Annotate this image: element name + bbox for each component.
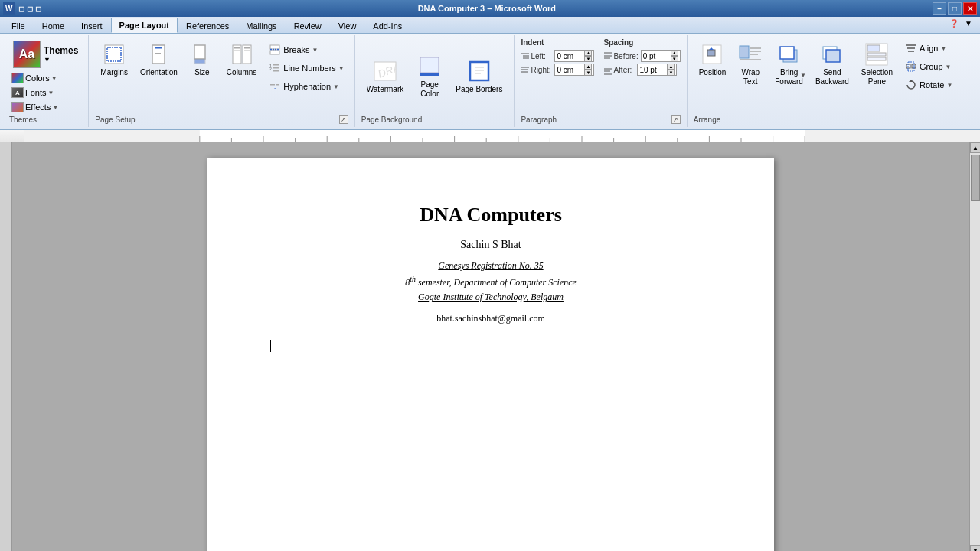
document-page[interactable]: DNA Computers Sachin S Bhat Genesys Regi… — [207, 158, 774, 551]
cursor-line[interactable] — [269, 340, 713, 352]
rotate-button[interactable]: Rotate ▼ — [901, 77, 956, 93]
svg-rect-25 — [276, 84, 279, 86]
themes-icon: Aa — [13, 41, 41, 68]
tab-mailings[interactable]: Mailings — [237, 18, 285, 33]
svg-rect-71 — [200, 130, 805, 142]
page-borders-icon — [467, 59, 492, 83]
line-numbers-button[interactable]: 12 Line Numbers ▼ — [265, 60, 348, 77]
watermark-button[interactable]: DRAFT Watermark — [361, 55, 410, 98]
selection-pane-button[interactable]: SelectionPane — [856, 38, 898, 90]
wrap-text-label: WrapText — [741, 68, 760, 86]
help-icon[interactable]: ❓ — [949, 19, 962, 31]
page-color-label: PageColor — [420, 80, 439, 99]
indent-left-value: 0 cm — [557, 52, 573, 60]
group-button[interactable]: Group ▼ — [901, 58, 956, 75]
svg-rect-21 — [273, 64, 279, 66]
spacing-before-row: Before: 0 pt ▲ ▼ — [603, 50, 680, 62]
svg-rect-60 — [867, 45, 880, 51]
paragraph-expand[interactable]: ↗ — [671, 115, 681, 124]
indent-header: Indent — [521, 38, 594, 47]
svg-rect-16 — [270, 45, 279, 49]
tab-insert[interactable]: Insert — [73, 18, 111, 33]
bring-forward-label: BringForward — [775, 68, 803, 86]
align-button[interactable]: Align ▼ — [901, 40, 956, 57]
align-icon — [905, 42, 917, 54]
page-background-label: Page Background — [361, 116, 423, 124]
position-label: Position — [699, 68, 727, 77]
page-borders-label: Page Borders — [456, 85, 502, 94]
margins-icon — [102, 42, 126, 67]
tab-add-ins[interactable]: Add-Ins — [364, 18, 410, 33]
tab-review[interactable]: Review — [286, 18, 330, 33]
arrange-group: Position WrapText BringForward ▼ — [688, 35, 963, 127]
spacing-before-down[interactable]: ▼ — [671, 56, 678, 62]
title-bar-icons: ◻ ◻ ◻ — [18, 5, 41, 13]
margins-button[interactable]: Margins — [95, 38, 133, 81]
indent-right-up[interactable]: ▲ — [584, 64, 592, 70]
colors-button[interactable]: Colors ▼ — [9, 71, 60, 85]
page-borders-button[interactable]: Page Borders — [450, 55, 508, 98]
indent-right-input[interactable]: 0 cm ▲ ▼ — [554, 64, 594, 76]
spacing-after-down[interactable]: ▼ — [667, 70, 675, 76]
indent-left-down[interactable]: ▼ — [584, 56, 592, 62]
title-bar-title: DNA Computer 3 – Microsoft Word — [41, 4, 933, 13]
scroll-down-arrow[interactable]: ▼ — [970, 545, 980, 551]
indent-left-up[interactable]: ▲ — [584, 50, 592, 56]
wrap-text-button[interactable]: WrapText — [733, 38, 768, 90]
reg-line2: 8th semester, Department of Computer Sci… — [269, 273, 713, 290]
tab-page-layout[interactable]: Page Layout — [111, 18, 178, 33]
close-button[interactable]: ✕ — [963, 2, 977, 15]
indent-left-label: Left: — [531, 52, 552, 60]
selection-pane-label: SelectionPane — [861, 68, 893, 86]
scroll-thumb[interactable] — [971, 155, 980, 201]
document-scroll-area[interactable]: DNA Computers Sachin S Bhat Genesys Regi… — [12, 142, 969, 551]
paragraph-label: Paragraph — [521, 116, 557, 124]
spacing-before-input[interactable]: 0 pt ▲ ▼ — [641, 50, 681, 62]
svg-rect-8 — [194, 45, 205, 59]
tab-file[interactable]: File — [3, 18, 34, 33]
breaks-button[interactable]: Breaks ▼ — [265, 41, 348, 58]
ribbon-toggle-icon[interactable]: ▼ — [965, 19, 977, 31]
scroll-up-arrow[interactable]: ▲ — [970, 142, 980, 153]
tab-references[interactable]: References — [178, 18, 237, 33]
columns-button[interactable]: Columns — [221, 38, 262, 81]
watermark-label: Watermark — [367, 85, 404, 94]
svg-rect-32 — [475, 67, 484, 68]
author-underline: Bhat — [501, 239, 521, 250]
document-email: bhat.sachinsbhat@gmail.com — [269, 313, 713, 324]
spacing-after-up[interactable]: ▲ — [667, 64, 675, 70]
wrap-text-icon — [738, 42, 763, 67]
orientation-button[interactable]: Orientation — [135, 38, 183, 81]
send-backward-button[interactable]: SendBackward — [810, 38, 854, 90]
themes-group: Aa Themes ▼ Colors ▼ A Fonts ▼ Effects — [3, 35, 89, 127]
hyphenation-button[interactable]: - Hyphenation ▼ — [265, 78, 348, 95]
svg-rect-62 — [867, 57, 886, 60]
colors-icon — [11, 73, 24, 83]
minimize-button[interactable]: – — [933, 2, 946, 15]
scroll-track[interactable] — [970, 202, 980, 545]
tab-home[interactable]: Home — [34, 18, 73, 33]
svg-rect-48 — [707, 50, 715, 56]
maximize-button[interactable]: □ — [948, 2, 962, 15]
page-color-button[interactable]: PageColor — [412, 51, 447, 103]
position-button[interactable]: Position — [694, 38, 732, 90]
indent-right-down[interactable]: ▼ — [584, 70, 592, 76]
page-setup-expand[interactable]: ↗ — [339, 115, 348, 124]
spacing-before-up[interactable]: ▲ — [671, 50, 678, 56]
spacing-before-icon — [603, 52, 611, 60]
themes-button[interactable]: Aa Themes ▼ — [9, 38, 82, 70]
scrollbar-vertical[interactable]: ▲ ▼ — [969, 142, 980, 551]
svg-rect-31 — [470, 62, 488, 80]
effects-button[interactable]: Effects ▼ — [9, 100, 60, 114]
svg-rect-29 — [420, 57, 439, 73]
size-button[interactable]: Size — [185, 38, 220, 81]
tab-view[interactable]: View — [330, 18, 365, 33]
page-color-icon — [417, 54, 442, 79]
bring-forward-icon — [777, 42, 802, 67]
svg-rect-12 — [234, 47, 240, 49]
spacing-after-input[interactable]: 10 pt ▲ ▼ — [637, 64, 677, 76]
indent-right-row: Right: 0 cm ▲ ▼ — [521, 64, 594, 76]
fonts-button[interactable]: A Fonts ▼ — [9, 86, 56, 99]
bring-forward-button[interactable]: BringForward ▼ — [769, 38, 808, 90]
indent-left-input[interactable]: 0 cm ▲ ▼ — [554, 50, 594, 62]
